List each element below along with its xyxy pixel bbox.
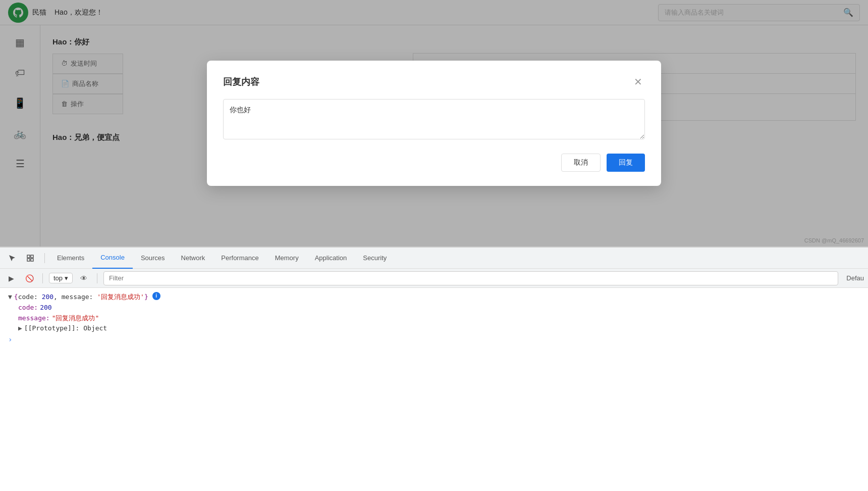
code-key: code: [18,293,42,301]
tab-elements[interactable]: Elements [49,248,92,269]
modal-title: 回复内容 [223,76,259,88]
prop-code-key: code: [18,303,38,313]
chevron-down-icon: ▾ [65,274,68,282]
cancel-button[interactable]: 取消 [561,154,601,172]
tab-console[interactable]: Console [92,248,133,269]
context-value: top [53,274,63,282]
brace-open: { [14,293,18,301]
devtools-toolbar: ▶ 🚫 top ▾ 👁 Defau [0,269,868,288]
console-prop-message: message: "回复消息成功" [18,313,860,324]
console-line-1: ▼ {code: 200, message: '回复消息成功'} i [8,292,860,303]
default-label: Defau [846,274,864,282]
reply-modal: 回复内容 ✕ 你也好 取消 回复 [207,61,661,186]
prop-message-val: "回复消息成功" [52,313,99,324]
confirm-reply-button[interactable]: 回复 [607,154,645,172]
prompt-arrow: › [8,334,12,345]
tab-sources[interactable]: Sources [133,248,173,269]
message-key: message: [62,293,97,301]
expand-arrow[interactable]: ▼ [8,292,12,303]
prototype-text: [[Prototype]]: Object [24,323,107,334]
tab-network[interactable]: Network [173,248,213,269]
tab-divider [44,253,45,263]
tab-memory[interactable]: Memory [267,248,307,269]
devtools-tabs: Elements Console Sources Network Perform… [0,248,868,269]
inspect-icon[interactable] [22,250,38,266]
play-icon[interactable]: ▶ [4,271,18,285]
modal-footer: 取消 回复 [223,154,645,172]
comma: , [53,293,62,301]
prop-code-val: 200 [40,303,51,313]
modal-header: 回复内容 ✕ [223,75,645,89]
toolbar-divider-2 [97,273,97,283]
info-icon[interactable]: i [152,292,160,300]
context-selector[interactable]: top ▾ [49,273,73,283]
filter-input[interactable] [103,271,838,285]
svg-rect-1 [31,255,33,258]
tab-performance[interactable]: Performance [213,248,266,269]
tab-application[interactable]: Application [307,248,355,269]
console-properties: code: 200 message: "回复消息成功" ▶ [[Prototyp… [8,303,860,334]
stop-icon[interactable]: 🚫 [22,271,36,285]
prototype-arrow[interactable]: ▶ [18,323,22,334]
console-prop-code: code: 200 [18,303,860,313]
console-text: {code: 200, message: '回复消息成功'} [14,292,148,303]
reply-textarea[interactable]: 你也好 [223,99,645,139]
console-prop-prototype: ▶ [[Prototype]]: Object [18,323,860,334]
message-val: '回复消息成功' [97,293,144,301]
eye-icon[interactable]: 👁 [77,271,91,285]
brace-close: } [144,293,148,301]
prop-message-key: message: [18,313,50,324]
svg-rect-0 [27,255,30,258]
svg-rect-2 [27,259,30,261]
console-prompt: › [8,334,860,345]
tab-security[interactable]: Security [355,248,395,269]
modal-overlay: 回复内容 ✕ 你也好 取消 回复 [0,0,868,247]
code-val: 200 [42,293,53,301]
svg-rect-3 [31,259,33,261]
modal-close-button[interactable]: ✕ [631,75,645,89]
console-output: ▼ {code: 200, message: '回复消息成功'} i code:… [0,288,868,473]
devtools-panel: Elements Console Sources Network Perform… [0,247,868,491]
toolbar-divider [42,273,43,283]
cursor-icon[interactable] [4,250,20,266]
